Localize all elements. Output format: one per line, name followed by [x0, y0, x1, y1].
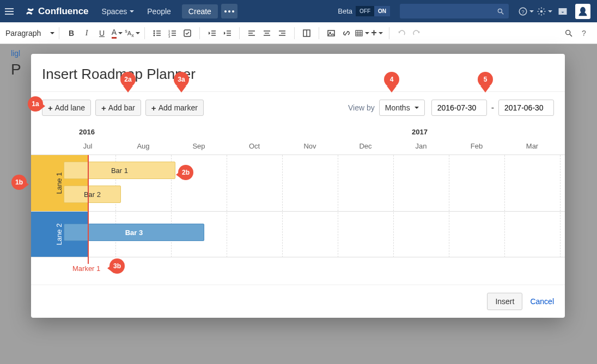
month-label: Jul	[83, 142, 93, 150]
svg-text:3: 3	[168, 35, 170, 38]
align-center-button[interactable]	[259, 26, 275, 41]
redo-button[interactable]	[409, 26, 424, 41]
lanes-area: Lane 1 Bar 1 Bar 2 Lane 2 Bar 3 1b 2b	[31, 155, 565, 257]
indent-button[interactable]	[220, 26, 235, 41]
month-row: Jul Aug Sep Oct Nov Dec Jan Feb Mar	[31, 142, 565, 155]
inbox-icon[interactable]	[555, 0, 571, 22]
svg-point-0	[498, 9, 502, 13]
italic-button[interactable]: I	[79, 26, 94, 41]
year-2017: 2017	[412, 128, 428, 136]
date-separator: -	[491, 103, 494, 113]
search-input[interactable]	[400, 4, 509, 18]
text-color-button[interactable]: A	[109, 26, 125, 41]
lane-1[interactable]: Lane 1 Bar 1 Bar 2	[31, 155, 565, 212]
annotation-4: 4	[384, 72, 399, 91]
date-to-input[interactable]	[498, 100, 554, 116]
month-label: Sep	[192, 142, 205, 150]
annotation-3b: 3b	[109, 258, 126, 278]
plus-icon: +	[101, 104, 106, 112]
bullet-list-button[interactable]	[149, 26, 165, 41]
month-label: Aug	[137, 142, 149, 150]
svg-rect-35	[328, 30, 334, 36]
underline-button[interactable]: U	[94, 26, 109, 41]
help-icon[interactable]: ?	[517, 0, 534, 22]
beta-label: Beta	[338, 7, 352, 15]
caret-down-icon	[130, 10, 134, 13]
year-2016: 2016	[79, 128, 95, 136]
nav-spaces-label: Spaces	[102, 7, 127, 16]
undo-button[interactable]	[394, 26, 409, 41]
svg-line-1	[502, 12, 504, 14]
insert-button[interactable]: Insert	[487, 293, 522, 310]
paragraph-label: Paragraph	[5, 29, 41, 38]
plus-icon: +	[151, 104, 156, 112]
outdent-button[interactable]	[204, 26, 220, 41]
month-label: Dec	[359, 142, 371, 150]
breadcrumb: ligl	[11, 49, 20, 58]
more-formatting-button[interactable]: sAx	[125, 26, 140, 41]
add-bar-label: Add bar	[108, 103, 135, 112]
svg-point-5	[154, 30, 155, 32]
header-left: Confluence Spaces People Create	[0, 0, 237, 22]
cancel-link[interactable]: Cancel	[530, 297, 554, 306]
annotation-5: 5	[478, 72, 493, 91]
paragraph-select[interactable]: Paragraph	[5, 29, 54, 38]
svg-rect-37	[356, 30, 362, 36]
month-label: Nov	[303, 142, 316, 150]
marker-line[interactable]	[88, 155, 89, 264]
svg-point-7	[154, 34, 155, 36]
create-button[interactable]: Create	[182, 4, 218, 18]
bar-1[interactable]: Bar 1	[64, 162, 175, 179]
month-label: Jan	[416, 142, 427, 150]
numbered-list-button[interactable]: 123	[165, 26, 180, 41]
caret-down-icon	[548, 10, 552, 13]
month-label: Oct	[249, 142, 260, 150]
settings-icon[interactable]	[536, 0, 552, 22]
marker-1-label[interactable]: Marker 1	[72, 264, 100, 273]
add-lane-button[interactable]: +Add lane	[42, 100, 91, 116]
bar-3[interactable]: Bar 3	[64, 224, 204, 241]
nav-spaces[interactable]: Spaces	[95, 0, 141, 22]
beta-toggle[interactable]: OFF ON	[356, 6, 390, 16]
annotation-2a: 2a	[120, 72, 136, 91]
app-logo[interactable]: Confluence	[19, 6, 95, 17]
bold-button[interactable]: B	[64, 26, 79, 41]
add-lane-label: Add lane	[55, 103, 85, 112]
plus-icon: +	[48, 104, 53, 112]
insert-more-button[interactable]: +	[369, 26, 385, 41]
nav-people[interactable]: People	[141, 0, 178, 22]
align-right-button[interactable]	[275, 26, 290, 41]
caret-down-icon	[529, 10, 534, 13]
caret-down-icon	[50, 32, 54, 34]
user-avatar[interactable]	[575, 4, 590, 19]
add-bar-button[interactable]: +Add bar	[95, 100, 141, 116]
view-by-select[interactable]: Months	[379, 100, 425, 116]
svg-line-43	[570, 34, 572, 36]
view-by-label: View by	[348, 103, 375, 112]
image-button[interactable]	[324, 26, 339, 41]
align-left-button[interactable]	[244, 26, 259, 41]
lane-2[interactable]: Lane 2 Bar 3	[31, 212, 565, 257]
svg-point-6	[154, 32, 155, 34]
help-button[interactable]: ?	[576, 26, 592, 41]
page-title: P	[11, 61, 21, 78]
add-marker-button[interactable]: +Add marker	[145, 100, 204, 116]
find-button[interactable]	[561, 26, 576, 41]
layout-button[interactable]	[299, 26, 314, 41]
add-marker-label: Add marker	[159, 103, 198, 112]
bar-2[interactable]: Bar 2	[64, 186, 121, 203]
svg-point-42	[566, 30, 570, 34]
more-actions-button[interactable]	[221, 4, 237, 18]
menu-icon[interactable]	[0, 0, 19, 22]
annotation-3a: 3a	[174, 72, 189, 91]
link-button[interactable]	[339, 26, 354, 41]
editor-toolbar: Paragraph B I U A sAx 123 + ?	[0, 22, 597, 44]
task-list-button[interactable]	[180, 26, 195, 41]
date-from-input[interactable]	[431, 100, 487, 116]
search-icon	[497, 8, 504, 15]
annotation-2b: 2b	[178, 165, 194, 184]
year-row: 2016 2017	[31, 128, 565, 142]
table-button[interactable]	[354, 26, 369, 41]
toggle-on: ON	[374, 6, 390, 16]
modal-footer: Insert Cancel	[31, 285, 565, 318]
